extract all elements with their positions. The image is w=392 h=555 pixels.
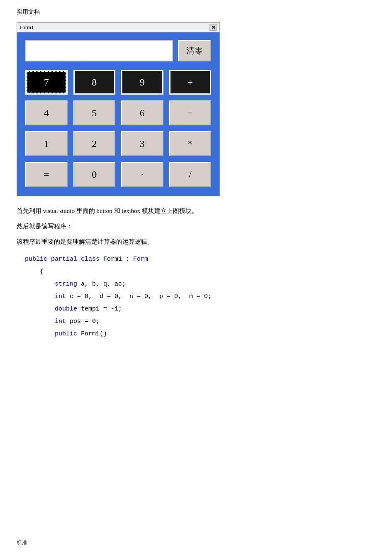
code-line-1: public partial class Form1 : Form	[25, 253, 375, 266]
btn-plus[interactable]: +	[169, 70, 212, 95]
description-line3: 该程序最重要的是要理解清楚计算器的运算逻辑。	[17, 236, 375, 247]
btn-minus[interactable]: −	[169, 100, 212, 125]
description-line1: 首先利用 visual studio 里面的 button 和 textbox …	[17, 205, 375, 217]
code-line-5: double temp1 = -1;	[25, 303, 375, 315]
form-window: Form1 ⊠ 清零 7 8 9 + 4 5 6 − 1 2 3 *	[17, 22, 220, 196]
doc-footer: 标准	[17, 539, 27, 547]
form-body: 清零 7 8 9 + 4 5 6 − 1 2 3 * = 0 · /	[17, 32, 219, 196]
btn-5[interactable]: 5	[73, 100, 116, 125]
btn-8[interactable]: 8	[73, 70, 116, 95]
btn-2[interactable]: 2	[73, 131, 116, 156]
btn-dot[interactable]: ·	[121, 162, 163, 187]
buttons-grid: 7 8 9 + 4 5 6 − 1 2 3 * = 0 · /	[25, 70, 211, 187]
btn-multiply[interactable]: *	[169, 131, 212, 156]
btn-divide[interactable]: /	[169, 162, 212, 187]
btn-1[interactable]: 1	[25, 131, 68, 156]
form-title: Form1	[19, 24, 34, 31]
form-titlebar: Form1 ⊠	[17, 23, 219, 32]
code-line-6: int pos = 0;	[25, 315, 375, 328]
close-button[interactable]: ⊠	[209, 24, 217, 31]
code-line-3: string a, b, q, ac;	[25, 278, 375, 291]
code-line-2: {	[25, 266, 375, 278]
description-line2: 然后就是编写程序：	[17, 221, 375, 232]
btn-7[interactable]: 7	[25, 70, 68, 95]
doc-header: 实用文档	[17, 8, 375, 16]
display-input[interactable]	[25, 40, 173, 61]
btn-9[interactable]: 9	[121, 70, 163, 95]
btn-4[interactable]: 4	[25, 100, 68, 125]
btn-0[interactable]: 0	[73, 162, 116, 187]
btn-3[interactable]: 3	[121, 131, 163, 156]
btn-6[interactable]: 6	[121, 100, 163, 125]
code-line-7: public Form1()	[25, 328, 375, 340]
btn-equals[interactable]: =	[25, 162, 68, 187]
code-line-4: int c = 0, d = 0, n = 0, p = 0, m = 0;	[25, 291, 375, 303]
clear-button[interactable]: 清零	[178, 40, 211, 61]
code-block: public partial class Form1 : Form { stri…	[17, 253, 375, 340]
display-row: 清零	[25, 40, 211, 61]
